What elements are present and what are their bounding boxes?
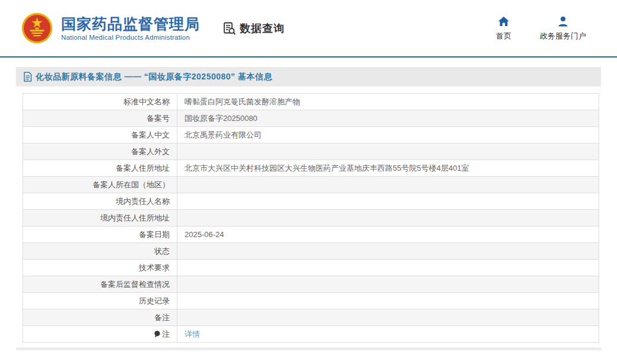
header-nav: 首页 政务服务门户 [496,15,586,41]
row-value: 北京禹景药业有限公司 [177,127,599,143]
data-query-nav[interactable]: 数据查询 [222,21,285,36]
row-value [177,260,599,276]
row-label: 标准中文名称 [23,94,177,110]
user-icon [557,15,569,27]
row-label: 技术要求 [23,260,177,276]
row-label: 状态 [23,243,177,260]
main-content: 化妆品新原料备案信息 —— “国妆原备字20250080” 基本信息 标准中文名… [0,67,617,350]
row-value [177,193,599,210]
row-value: 2025-06-24 [177,226,599,243]
data-query-label: 数据查询 [240,21,285,36]
row-label: 备案后监督检查情况 [23,276,177,293]
filing-table-body: 标准中文名称嗜黏蛋白阿克曼氏菌发酵溶胞产物备案号国妆原备字20250080备案人… [23,94,599,343]
row-value [177,243,599,260]
table-row: 备案人外文 [23,143,599,160]
table-row: 状态 [23,243,599,260]
table-row: 备案人所在国（地区） [23,177,599,193]
filing-info-table: 标准中文名称嗜黏蛋白阿克曼氏菌发酵溶胞产物备案号国妆原备字20250080备案人… [23,93,599,343]
row-value: 国妆原备字20250080 [177,110,599,127]
row-label: 境内责任人名称 [23,193,177,210]
site-header: 国家药品监督管理局 National Medical Products Admi… [0,0,617,58]
row-value: 嗜黏蛋白阿克曼氏菌发酵溶胞产物 [177,94,599,110]
table-row: 境内责任人住所地址 [23,210,599,226]
row-label: 备案人住所地址 [23,160,177,177]
row-label: 备案日期 [23,226,177,243]
row-label: 备案人外文 [23,143,177,160]
row-value: 北京市大兴区中关村科技园区大兴生物医药产业基地庆丰西路55号院5号楼4层401室 [177,160,599,177]
table-row: 注详情 [23,326,599,343]
table-row: 境内责任人名称 [23,193,599,210]
note-icon [154,330,161,340]
nav-item-home[interactable]: 首页 [496,15,511,41]
row-value [177,177,599,193]
table-row: 备案人中文北京禹景药业有限公司 [23,127,599,143]
table-row: 备案后监督检查情况 [23,276,599,293]
brand-title-cn: 国家药品监督管理局 [61,15,200,33]
table-row: 技术要求 [23,260,599,276]
row-label: 备注 [23,309,177,326]
brand: 国家药品监督管理局 National Medical Products Admi… [61,15,200,41]
row-label: 备案人所在国（地区） [23,177,177,193]
row-value [177,210,599,226]
nav-item-label: 首页 [496,31,511,41]
table-row: 历史记录 [23,293,599,309]
row-label: 备案号 [23,110,177,127]
row-value: 详情 [177,326,599,343]
table-row: 备注 [23,309,599,326]
brand-title-en: National Medical Products Administration [61,34,200,41]
table-row: 备案人住所地址北京市大兴区中关村科技园区大兴生物医药产业基地庆丰西路55号院5号… [23,160,599,177]
data-query-icon [222,21,237,36]
detail-link[interactable]: 详情 [185,330,200,339]
home-icon [498,15,510,27]
row-value [177,293,599,309]
nav-item-portal[interactable]: 政务服务门户 [540,15,586,41]
row-label: 境内责任人住所地址 [23,210,177,226]
row-value [177,309,599,326]
table-row: 备案日期2025-06-24 [23,226,599,243]
nav-item-label: 政务服务门户 [540,31,586,41]
row-label: 备案人中文 [23,127,177,143]
document-icon [23,72,32,82]
page-title-bar: 化妆品新原料备案信息 —— “国妆原备字20250080” 基本信息 [16,67,601,87]
national-emblem-logo[interactable] [21,12,53,44]
row-label: 注 [23,326,177,343]
table-row: 备案号国妆原备字20250080 [23,110,599,127]
row-label: 历史记录 [23,293,177,309]
row-value [177,276,599,293]
table-row: 标准中文名称嗜黏蛋白阿克曼氏菌发酵溶胞产物 [23,94,599,110]
footer-strip [16,347,601,350]
row-value [177,143,599,160]
page-title: 化妆品新原料备案信息 —— “国妆原备字20250080” 基本信息 [36,72,272,82]
